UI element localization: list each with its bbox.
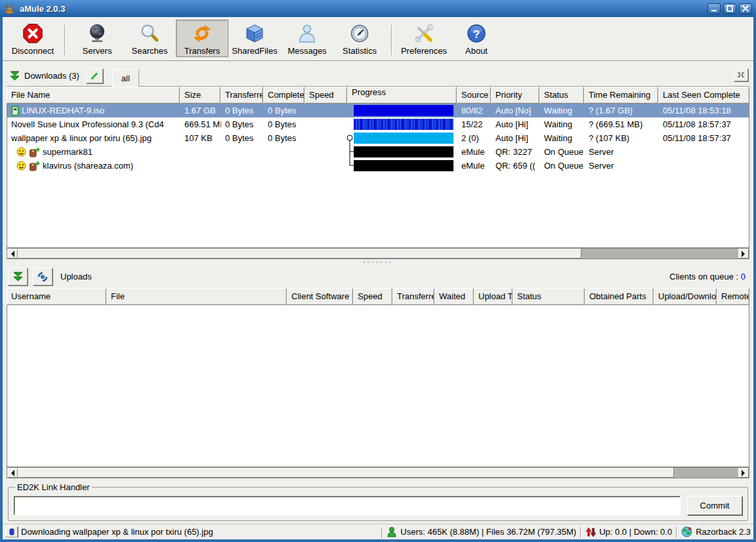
ed2k-link-input[interactable] [14, 496, 681, 515]
minimize-button[interactable] [707, 3, 721, 14]
downloads-header-row: Downloads (3) all [7, 66, 749, 87]
panel-splitter-handle[interactable]: ······· [7, 259, 749, 265]
clients-on-queue: Clients on queue : 0 [669, 272, 748, 281]
commit-button[interactable]: Commit [687, 496, 742, 515]
category-tab-all[interactable]: all [112, 69, 139, 87]
column-header-file[interactable]: File [106, 288, 287, 305]
column-header-speed[interactable]: Speed [353, 288, 392, 305]
source-client-row-klavirus[interactable]: klavirus (shareaza.com) eMule QR: 659 ((… [7, 159, 749, 173]
status-rates-segment: Up: 0.0 | Down: 0.0 [585, 527, 672, 537]
scroll-right-arrow[interactable] [738, 249, 749, 259]
column-header-remote[interactable]: Remote [717, 288, 749, 305]
download-row-novell-suse[interactable]: Novell Suse Linux Professional 9.3 (Cd4 … [7, 117, 749, 131]
log-icon [9, 528, 15, 535]
statusbar-separator [580, 527, 581, 537]
column-header-upload-download[interactable]: Upload/Download [654, 288, 717, 305]
download-row-linux-redhat[interactable]: LINUX-REDHAT-9.iso 1.67 GB 0 Bytes 0 Byt… [7, 104, 749, 117]
downloads-horizontal-scrollbar[interactable] [7, 248, 749, 259]
toolbar-disconnect-button[interactable]: Disconnect [7, 20, 59, 57]
scroll-right-arrow[interactable] [738, 468, 749, 478]
add-friend-icon [29, 161, 40, 171]
download-row-wallpaper[interactable]: wallpaper xp & linux por txiru (65).jpg … [7, 131, 749, 145]
scroll-left-arrow[interactable] [7, 468, 18, 478]
left-triangle-icon [8, 470, 14, 476]
column-header-status[interactable]: Status [539, 87, 584, 104]
toolbar-sharedfiles-button[interactable]: SharedFiles [228, 20, 281, 57]
edit-categories-button[interactable] [86, 68, 103, 83]
status-up-down: Up: 0.0 | Down: 0.0 [599, 527, 672, 537]
uploads-horizontal-scrollbar[interactable] [7, 467, 749, 478]
ed2k-link-handler-group: ED2K Link Handler Commit [8, 482, 748, 521]
toolbar-about-button[interactable]: ? About [450, 20, 503, 57]
pencil-icon [89, 71, 100, 81]
column-header-progress[interactable]: Progress [347, 87, 457, 104]
column-header-client-software[interactable]: Client Software [287, 288, 353, 305]
status-users-files: Users: 465K (8.88M) | Files 36.72M (797.… [400, 527, 576, 537]
progress-bar [354, 105, 453, 116]
right-triangle-icon [742, 470, 748, 476]
up-down-arrows-icon [585, 527, 596, 537]
column-header-file-name[interactable]: File Name [7, 87, 180, 104]
toolbar-transfers-button[interactable]: Transfers [176, 20, 228, 57]
column-header-completed[interactable]: Completed [263, 87, 304, 104]
statusbar-separator [381, 527, 383, 537]
source-client-row-supermark81[interactable]: supermark81 eMule QR: 3227 On Queue Serv… [7, 145, 749, 159]
show-uploads-button[interactable] [33, 268, 52, 285]
toolbar-separator [64, 25, 66, 55]
status-server-segment: Razorback 2.3 [681, 526, 751, 537]
column-header-source[interactable]: Source [457, 87, 491, 104]
toolbar-preferences-button[interactable]: Preferences [398, 20, 450, 57]
transfers-page: Downloads (3) all File Name [3, 61, 753, 524]
downloads-table-header: File Name Size Transferred Completed Spe… [7, 87, 749, 104]
scroll-left-arrow[interactable] [7, 249, 18, 259]
statistics-gauge-icon [349, 23, 370, 44]
window-title: aMule 2.0.3 [20, 4, 705, 14]
column-header-transferred[interactable]: Transferred [392, 288, 434, 305]
titlebar[interactable]: aMule 2.0.3 [0, 0, 756, 17]
toolbar-separator [391, 25, 392, 55]
pane-options-icon [736, 71, 746, 79]
toolbar-statistics-button[interactable]: Statistics [333, 20, 386, 57]
column-header-status[interactable]: Status [513, 288, 585, 305]
column-header-speed[interactable]: Speed [304, 87, 347, 104]
app-window: aMule 2.0.3 Disconnect [0, 0, 756, 542]
toolbar-messages-button[interactable]: Messages [281, 20, 333, 57]
left-triangle-icon [8, 251, 14, 257]
downloads-title: Downloads (3) [24, 71, 79, 81]
column-header-waited[interactable]: Waited [434, 288, 474, 305]
maximize-button[interactable] [723, 3, 736, 14]
column-header-upload-time[interactable]: Upload Time [474, 288, 513, 305]
pane-options-button[interactable] [734, 68, 748, 81]
progress-bar [354, 119, 453, 130]
status-message-segment: Downloading wallpaper xp & linux por txi… [5, 526, 377, 537]
log-toggle-button[interactable] [5, 526, 18, 537]
show-downloads-button[interactable] [8, 268, 28, 285]
uploads-list[interactable] [7, 305, 749, 467]
status-message: Downloading wallpaper xp & linux por txi… [21, 527, 213, 537]
smiley-icon [16, 147, 26, 157]
close-button[interactable] [739, 3, 752, 14]
column-header-size[interactable]: Size [180, 87, 220, 104]
toolbar-servers-button[interactable]: Servers [71, 20, 123, 57]
column-header-last-seen-complete[interactable]: Last Seen Complete [658, 87, 749, 104]
search-icon [139, 23, 160, 44]
downloads-arrows-icon [12, 272, 24, 282]
about-question-icon: ? [466, 23, 487, 44]
add-friend-icon [29, 147, 40, 157]
status-server-name: Razorback 2.3 [696, 527, 751, 537]
column-header-obtained-parts[interactable]: Obtained Parts [585, 288, 654, 305]
uploads-cycle-icon [37, 271, 49, 283]
column-header-username[interactable]: Username [7, 288, 106, 305]
downloads-arrows-icon [9, 71, 20, 81]
preferences-tools-icon [413, 23, 434, 44]
transfers-icon [192, 23, 213, 44]
column-header-priority[interactable]: Priority [491, 87, 539, 104]
status-bar: Downloading wallpaper xp & linux por txi… [3, 524, 753, 539]
iso-file-icon [11, 106, 19, 116]
column-header-transferred[interactable]: Transferred [220, 87, 263, 104]
scrollbar-thumb[interactable] [18, 468, 674, 478]
toolbar-searches-button[interactable]: Searches [123, 20, 176, 57]
maximize-icon [726, 5, 734, 12]
column-header-time-remaining[interactable]: Time Remaining [584, 87, 658, 104]
scrollbar-thumb[interactable] [18, 249, 581, 259]
